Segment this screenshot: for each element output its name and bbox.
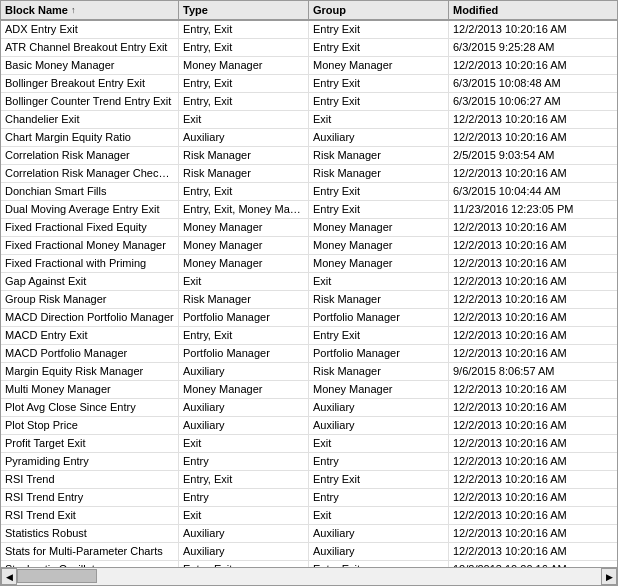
table-cell: RSI Trend Exit <box>1 507 179 524</box>
table-cell: 12/2/2013 10:20:16 AM <box>449 453 617 470</box>
table-cell: Statistics Robust <box>1 525 179 542</box>
table-cell: Risk Manager <box>309 291 449 308</box>
table-cell: Profit Target Exit <box>1 435 179 452</box>
table-row[interactable]: Profit Target ExitExitExit12/2/2013 10:2… <box>1 435 617 453</box>
table-cell: MACD Portfolio Manager <box>1 345 179 362</box>
table-cell: 12/2/2013 10:20:16 AM <box>449 57 617 74</box>
table-row[interactable]: Statistics RobustAuxiliaryAuxiliary12/2/… <box>1 525 617 543</box>
table-cell: 12/2/2013 10:20:16 AM <box>449 381 617 398</box>
table-cell: Exit <box>309 273 449 290</box>
table-cell: Basic Money Manager <box>1 57 179 74</box>
table-row[interactable]: RSI Trend EntryEntryEntry12/2/2013 10:20… <box>1 489 617 507</box>
table-cell: Money Manager <box>309 381 449 398</box>
header-type[interactable]: Type <box>179 1 309 19</box>
table-row[interactable]: MACD Entry ExitEntry, ExitEntry Exit12/2… <box>1 327 617 345</box>
table-cell: Auxiliary <box>179 525 309 542</box>
table-cell: Group Risk Manager <box>1 291 179 308</box>
table-cell: Portfolio Manager <box>309 345 449 362</box>
table-cell: Chart Margin Equity Ratio <box>1 129 179 146</box>
table-cell: Entry, Exit <box>179 327 309 344</box>
table-cell: Auxiliary <box>179 399 309 416</box>
table-cell: Exit <box>179 507 309 524</box>
table-cell: Entry, Exit <box>179 471 309 488</box>
table-cell: 12/2/2013 10:20:16 AM <box>449 111 617 128</box>
table-cell: 12/2/2013 10:20:16 AM <box>449 309 617 326</box>
table-cell: Bollinger Counter Trend Entry Exit <box>1 93 179 110</box>
table-cell: Entry Exit <box>309 327 449 344</box>
table-cell: ATR Channel Breakout Entry Exit <box>1 39 179 56</box>
table-cell: Correlation Risk Manager <box>1 147 179 164</box>
table-cell: Auxiliary <box>309 525 449 542</box>
table-row[interactable]: Fixed Fractional with PrimingMoney Manag… <box>1 255 617 273</box>
scroll-left-button[interactable]: ◀ <box>1 568 17 585</box>
header-label-type: Type <box>183 4 208 16</box>
scrollbar-thumb[interactable] <box>17 569 97 583</box>
table-cell: ADX Entry Exit <box>1 21 179 38</box>
table-row[interactable]: Pyramiding EntryEntryEntry12/2/2013 10:2… <box>1 453 617 471</box>
table-cell: Portfolio Manager <box>179 309 309 326</box>
table-cell: Auxiliary <box>179 363 309 380</box>
table-cell: Money Manager <box>309 255 449 272</box>
table-cell: 12/2/2013 10:20:16 AM <box>449 273 617 290</box>
table-cell: 12/2/2013 10:20:16 AM <box>449 165 617 182</box>
table-cell: 12/2/2013 10:20:16 AM <box>449 219 617 236</box>
table-row[interactable]: Bollinger Breakout Entry ExitEntry, Exit… <box>1 75 617 93</box>
table-row[interactable]: Margin Equity Risk ManagerAuxiliaryRisk … <box>1 363 617 381</box>
table-row[interactable]: Correlation Risk ManagerRisk ManagerRisk… <box>1 147 617 165</box>
header-modified[interactable]: Modified <box>449 1 617 19</box>
table-cell: Entry, Exit <box>179 183 309 200</box>
table-row[interactable]: Fixed Fractional Money ManagerMoney Mana… <box>1 237 617 255</box>
horizontal-scrollbar[interactable] <box>17 568 601 585</box>
table-row[interactable]: Correlation Risk Manager Check FillsRisk… <box>1 165 617 183</box>
table-row[interactable]: Dual Moving Average Entry ExitEntry, Exi… <box>1 201 617 219</box>
table-row[interactable]: Gap Against ExitExitExit12/2/2013 10:20:… <box>1 273 617 291</box>
table-cell: Money Manager <box>179 381 309 398</box>
table-row[interactable]: Stats for Multi-Parameter ChartsAuxiliar… <box>1 543 617 561</box>
table-row[interactable]: RSI Trend ExitExitExit12/2/2013 10:20:16… <box>1 507 617 525</box>
table-row[interactable]: Group Risk ManagerRisk ManagerRisk Manag… <box>1 291 617 309</box>
table-cell: Entry <box>309 489 449 506</box>
table-row[interactable]: Plot Avg Close Since EntryAuxiliaryAuxil… <box>1 399 617 417</box>
table-row[interactable]: Multi Money ManagerMoney ManagerMoney Ma… <box>1 381 617 399</box>
header-label-modified: Modified <box>453 4 498 16</box>
table-row[interactable]: Bollinger Counter Trend Entry ExitEntry,… <box>1 93 617 111</box>
table-cell: Entry, Exit <box>179 39 309 56</box>
table-cell: Fixed Fractional Money Manager <box>1 237 179 254</box>
table-body[interactable]: ADX Entry ExitEntry, ExitEntry Exit12/2/… <box>1 21 617 567</box>
scroll-right-button[interactable]: ▶ <box>601 568 617 585</box>
table-cell: Plot Avg Close Since Entry <box>1 399 179 416</box>
table-row[interactable]: RSI TrendEntry, ExitEntry Exit12/2/2013 … <box>1 471 617 489</box>
table-cell: Risk Manager <box>309 363 449 380</box>
table-row[interactable]: Chart Margin Equity RatioAuxiliaryAuxili… <box>1 129 617 147</box>
table-cell: RSI Trend Entry <box>1 489 179 506</box>
sort-arrow-icon: ↑ <box>71 5 76 15</box>
table-cell: Entry Exit <box>309 21 449 38</box>
table-row[interactable]: Plot Stop PriceAuxiliaryAuxiliary12/2/20… <box>1 417 617 435</box>
table-cell: Gap Against Exit <box>1 273 179 290</box>
table-cell: Entry <box>309 453 449 470</box>
table-cell: 12/2/2013 10:20:16 AM <box>449 21 617 38</box>
table-row[interactable]: ADX Entry ExitEntry, ExitEntry Exit12/2/… <box>1 21 617 39</box>
table-cell: Exit <box>309 435 449 452</box>
table-row[interactable]: Chandelier ExitExitExit12/2/2013 10:20:1… <box>1 111 617 129</box>
table-cell: Money Manager <box>179 219 309 236</box>
header-group[interactable]: Group <box>309 1 449 19</box>
table-row[interactable]: Donchian Smart FillsEntry, ExitEntry Exi… <box>1 183 617 201</box>
header-name[interactable]: Block Name ↑ <box>1 1 179 19</box>
table-cell: 12/2/2013 10:20:16 AM <box>449 471 617 488</box>
table-cell: Entry Exit <box>309 201 449 218</box>
table-cell: 12/2/2013 10:20:16 AM <box>449 507 617 524</box>
table-row[interactable]: MACD Direction Portfolio ManagerPortfoli… <box>1 309 617 327</box>
table-cell: Entry, Exit <box>179 21 309 38</box>
table-row[interactable]: Basic Money ManagerMoney ManagerMoney Ma… <box>1 57 617 75</box>
table-cell: 6/3/2015 9:25:28 AM <box>449 39 617 56</box>
table-cell: Risk Manager <box>179 165 309 182</box>
table-cell: 9/6/2015 8:06:57 AM <box>449 363 617 380</box>
table-cell: 12/2/2013 10:20:16 AM <box>449 417 617 434</box>
table-cell: Entry Exit <box>309 183 449 200</box>
table-row[interactable]: ATR Channel Breakout Entry ExitEntry, Ex… <box>1 39 617 57</box>
table-row[interactable]: MACD Portfolio ManagerPortfolio ManagerP… <box>1 345 617 363</box>
block-list-table: Block Name ↑TypeGroupModified ADX Entry … <box>0 0 618 586</box>
table-row[interactable]: Fixed Fractional Fixed EquityMoney Manag… <box>1 219 617 237</box>
table-cell: Entry, Exit <box>179 93 309 110</box>
